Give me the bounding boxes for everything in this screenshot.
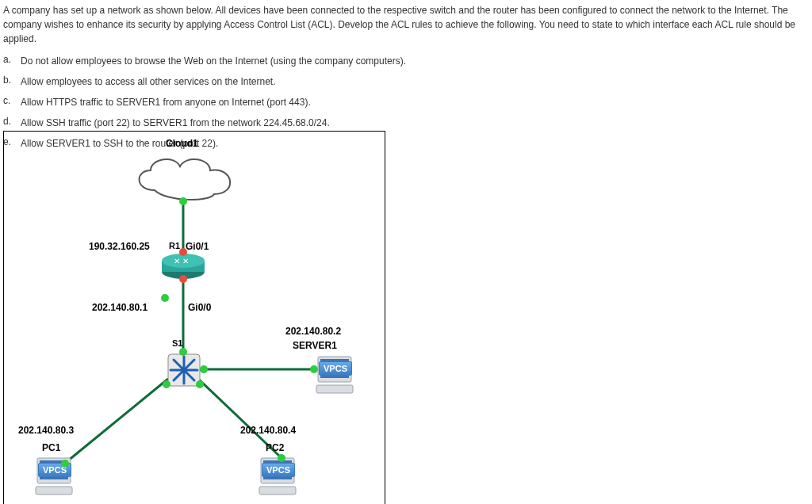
- link-endpoint-icon: [61, 460, 69, 468]
- requirement-text: Do not allow employees to browse the Web…: [21, 52, 809, 70]
- link-endpoint-icon: [200, 365, 208, 373]
- svg-rect-19: [36, 487, 72, 494]
- pc1-icon: VPCS: [33, 455, 75, 498]
- router-wan-if: Gi0/1: [186, 241, 209, 252]
- pc2-ip: 202.140.80.4: [240, 425, 296, 436]
- requirement-text: Allow SSH traffic (port 22) to SERVER1 f…: [21, 114, 809, 132]
- switch-label: S1: [172, 338, 182, 348]
- pc1-name: PC1: [42, 442, 60, 453]
- link-endpoint-icon: [161, 294, 169, 302]
- requirement-letter: a.: [3, 52, 21, 65]
- network-diagram: Cloud1 190.32.160.25 R1 Gi0/1 ✕ ✕ 202.14…: [3, 131, 385, 504]
- link-endpoint-icon: [179, 197, 187, 205]
- vpcs-badge: VPCS: [319, 361, 352, 376]
- link-endpoint-icon: [179, 348, 187, 356]
- cloud-icon: [131, 151, 242, 206]
- vpcs-badge: VPCS: [262, 463, 295, 477]
- requirement-letter: c.: [3, 94, 21, 106]
- pc2-name: PC2: [266, 442, 284, 453]
- link-endpoint-icon: [179, 275, 187, 283]
- svg-rect-22: [259, 487, 296, 494]
- requirement-text: Allow employees to access all other serv…: [21, 73, 809, 90]
- requirement-letter: d.: [3, 114, 21, 127]
- requirement-text: Allow HTTPS traffic to SERVER1 from anyo…: [21, 94, 809, 111]
- cloud-label: Cloud1: [166, 138, 198, 149]
- router-label: R1: [169, 241, 180, 250]
- server1-name: SERVER1: [293, 340, 337, 351]
- page: A company has set up a network as shown …: [0, 0, 812, 504]
- link-endpoint-icon: [179, 248, 187, 256]
- pc2-icon: VPCS: [256, 455, 299, 498]
- link-endpoint-icon: [310, 365, 318, 373]
- router-lan-if: Gi0/0: [188, 302, 211, 313]
- requirement-b: b. Allow employees to access all other s…: [3, 73, 809, 90]
- router-wan-ip: 190.32.160.25: [89, 241, 150, 252]
- svg-line-3: [63, 379, 168, 464]
- link-endpoint-icon: [278, 454, 285, 462]
- requirement-d: d. Allow SSH traffic (port 22) to SERVER…: [3, 114, 809, 132]
- server1-ip: 202.140.80.2: [285, 326, 341, 337]
- problem-intro: A company has set up a network as shown …: [0, 0, 812, 48]
- svg-rect-16: [316, 385, 353, 393]
- requirement-c: c. Allow HTTPS traffic to SERVER1 from a…: [3, 94, 809, 111]
- requirement-a: a. Do not allow employees to browse the …: [3, 52, 809, 70]
- router-lan-ip: 202.140.80.1: [92, 302, 147, 313]
- server1-icon: VPCS: [313, 353, 356, 396]
- link-endpoint-icon: [196, 380, 204, 388]
- requirement-letter: b.: [3, 73, 21, 86]
- link-endpoint-icon: [163, 380, 170, 388]
- pc1-ip: 202.140.80.3: [18, 425, 74, 436]
- svg-text:✕ ✕: ✕ ✕: [174, 257, 189, 265]
